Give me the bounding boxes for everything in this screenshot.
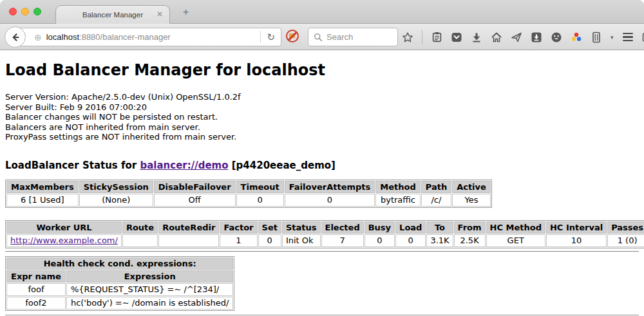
new-tab-button[interactable]: + — [183, 7, 189, 17]
table-cell — [122, 234, 158, 247]
table-cell: 7 — [321, 234, 364, 247]
health-check-table: Health check cond. expressions: Expr nam… — [5, 256, 234, 311]
column-header: DisableFailover — [154, 181, 236, 193]
browser-titlebar: Balancer Manager ✕ + — [0, 0, 644, 24]
overflow-caret-icon[interactable]: ▾ — [611, 32, 614, 43]
column-header: RouteRedir — [158, 221, 219, 234]
site-identity-globe-icon[interactable]: ⊕ — [34, 32, 42, 42]
archive-icon[interactable] — [591, 32, 602, 43]
table-cell: GET — [486, 234, 545, 247]
pocket-icon[interactable] — [451, 32, 462, 43]
worker-data-row: http://www.example.com/ 1 0 Init Ok 7 0 … — [6, 234, 644, 247]
column-header: Factor — [220, 221, 257, 234]
tab-close-icon[interactable]: ✕ — [156, 10, 163, 19]
column-header: StickySession — [79, 181, 153, 193]
url-text: localhost:8880/balancer-manager — [46, 32, 171, 42]
footer-divider — [5, 315, 639, 316]
table-cell: bytraffic — [375, 194, 420, 207]
url-host: localhost — [46, 32, 79, 42]
column-header: Path — [421, 181, 451, 193]
health-header-row: Expr name Expression — [6, 270, 233, 283]
worker-url-link[interactable]: http://www.example.com/ — [10, 236, 118, 245]
status-heading-prefix: LoadBalancer Status for — [5, 160, 140, 171]
column-header: Load — [395, 221, 426, 234]
back-arrow-icon — [10, 32, 21, 42]
table-cell — [158, 234, 219, 247]
fullscreen-window-button[interactable] — [33, 8, 41, 15]
column-header: Busy — [365, 221, 395, 234]
health-data-row: foof2 hc('body') =~ /domain is establish… — [6, 297, 233, 310]
grid-icon[interactable] — [642, 32, 644, 43]
table-cell: 1 — [220, 234, 257, 247]
expr-name-cell: foof2 — [6, 297, 66, 310]
column-header: From — [454, 221, 486, 234]
column-header: HC Interval — [546, 221, 607, 234]
server-info: Server Version: Apache/2.5.0-dev (Unix) … — [5, 92, 639, 142]
inherit-note-line: Balancers are NOT inherited from main se… — [5, 122, 639, 133]
browser-toolbar: ⊕ localhost:8880/balancer-manager ↻ Sear… — [0, 24, 644, 50]
table-cell: 0 — [395, 234, 426, 247]
column-header: FailoverAttempts — [285, 181, 375, 193]
download-arrow-icon[interactable] — [471, 32, 482, 43]
column-header: Passes — [607, 221, 644, 234]
download-box-icon[interactable] — [531, 32, 542, 43]
persist-note-line: Balancer changes will NOT be persisted o… — [5, 112, 639, 122]
balancer-settings-table: MaxMembers StickySession DisableFailover… — [5, 180, 492, 208]
worker-header-row: Worker URL Route RouteRedir Factor Set S… — [6, 221, 644, 234]
tab-balancer-manager[interactable]: Balancer Manager ✕ — [55, 5, 170, 24]
reload-button[interactable]: ↻ — [261, 32, 281, 43]
balancer-header-row: MaxMembers StickySession DisableFailover… — [6, 181, 491, 193]
table-cell: (None) — [79, 194, 153, 207]
url-path: :8880/balancer-manager — [79, 32, 171, 42]
table-cell: 1 (0) — [607, 234, 644, 247]
column-header: Timeout — [236, 181, 284, 193]
send-tab-icon[interactable] — [511, 32, 522, 43]
expression-cell: hc('body') =~ /domain is established/ — [66, 297, 234, 310]
column-header: Method — [375, 181, 420, 193]
column-header: HC Method — [486, 221, 545, 234]
toolbar-divider — [422, 30, 422, 44]
column-header: Status — [282, 221, 321, 234]
section-divider — [5, 251, 639, 252]
server-version-line: Server Version: Apache/2.5.0-dev (Unix) … — [5, 92, 639, 102]
reading-list-icon[interactable] — [431, 32, 442, 43]
table-cell: 0 — [236, 194, 284, 207]
table-cell: 3.1K — [426, 234, 453, 247]
toolbar-icons: ▾ — [402, 24, 644, 50]
health-title-row: Health check cond. expressions: — [6, 257, 233, 270]
health-data-row: foof %{REQUEST_STATUS} =~ /^[234]/ — [6, 283, 233, 296]
proxypass-note-line: ProxyPass settings are NOT inherited fro… — [5, 132, 639, 142]
page-content: Load Balancer Manager for localhost Serv… — [0, 50, 644, 315]
column-header: Active — [452, 181, 491, 193]
worker-status-cell: Init Ok — [282, 234, 321, 247]
table-cell: 6 [1 Used] — [6, 194, 79, 207]
bookmark-star-icon[interactable] — [402, 32, 413, 43]
url-bar[interactable]: ⊕ localhost:8880/balancer-manager ↻ — [15, 28, 281, 46]
close-window-button[interactable] — [9, 8, 17, 15]
column-header: MaxMembers — [6, 181, 79, 193]
tab-title: Balancer Manager — [82, 11, 143, 19]
back-button[interactable] — [5, 26, 26, 48]
column-header: Expression — [66, 270, 234, 283]
minimize-window-button[interactable] — [21, 8, 29, 15]
search-box[interactable]: Search — [308, 28, 398, 46]
window-controls — [9, 8, 41, 15]
plugin-blocked-icon[interactable] — [285, 29, 299, 43]
table-cell: /c/ — [421, 194, 451, 207]
table-cell: 0 — [258, 234, 281, 247]
downloadhelper-dots-icon[interactable] — [571, 32, 582, 43]
home-icon[interactable] — [491, 32, 502, 43]
server-built-line: Server Built: Feb 9 2016 07:00:20 — [5, 102, 639, 113]
smiley-extension-icon[interactable] — [551, 32, 562, 43]
worker-table: Worker URL Route RouteRedir Factor Set S… — [5, 220, 644, 248]
status-heading-suffix: [p4420eeae_demo] — [229, 160, 336, 171]
column-header: Route — [122, 221, 158, 234]
column-header: Set — [258, 221, 281, 234]
search-placeholder: Search — [327, 32, 353, 42]
menu-hamburger-icon[interactable] — [622, 32, 634, 43]
column-header: To — [426, 221, 453, 234]
balancer-demo-link[interactable]: balancer://demo — [140, 160, 228, 171]
health-table-title: Health check cond. expressions: — [6, 257, 233, 270]
table-cell: 10 — [546, 234, 607, 247]
table-cell: 0 — [285, 194, 375, 207]
